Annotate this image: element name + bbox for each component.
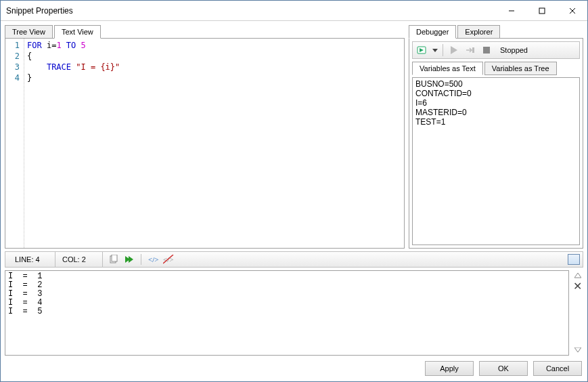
svg-rect-8: [472, 47, 474, 53]
output-side-controls: ✕: [572, 270, 583, 356]
copy-icon[interactable]: [108, 254, 119, 265]
tab-variables-tree[interactable]: Variables as Tree: [484, 62, 557, 75]
svg-text:</>: </>: [148, 255, 158, 263]
ok-button[interactable]: OK: [479, 361, 528, 376]
status-line: LINE: 4: [8, 252, 55, 267]
stop-icon[interactable]: [480, 43, 493, 57]
scroll-down-icon[interactable]: [574, 346, 582, 354]
play-icon[interactable]: [447, 43, 461, 57]
svg-marker-6: [432, 49, 438, 52]
close-button[interactable]: [557, 1, 587, 20]
variables-panel[interactable]: BUSNO=500 CONTACTID=0 I=6 MASTERID=0 TES…: [412, 77, 580, 245]
content-area: Tree View Text View 1 2 3 4 FOR i=1 TO 5…: [1, 21, 587, 381]
debugger-toolbar: Stopped: [412, 41, 580, 59]
code-tag-disabled-icon[interactable]: </>: [163, 254, 174, 265]
scroll-up-icon[interactable]: [574, 272, 582, 280]
debugger-tabs: Debugger Explorer: [409, 25, 583, 39]
tab-tree-view[interactable]: Tree View: [5, 25, 53, 39]
step-icon[interactable]: [463, 43, 477, 57]
upper-panes: Tree View Text View 1 2 3 4 FOR i=1 TO 5…: [5, 25, 583, 249]
tab-debugger[interactable]: Debugger: [409, 25, 456, 39]
window-buttons: [496, 1, 587, 20]
run-icon[interactable]: [415, 43, 429, 57]
debugger-box: Stopped Variables as Text Variables as T…: [409, 38, 583, 249]
panel-toggle-icon[interactable]: [568, 254, 580, 265]
dialog-buttons: Apply OK Cancel: [5, 358, 583, 377]
output-row: I = 1 I = 2 I = 3 I = 4 I = 5 ✕: [5, 270, 583, 356]
status-col: COL: 2: [55, 252, 103, 267]
run-script-icon[interactable]: [123, 254, 134, 265]
titlebar: Snippet Properties: [1, 1, 587, 21]
status-icons: </> </>: [103, 254, 174, 265]
debugger-pane: Debugger Explorer: [409, 25, 583, 249]
code-editor[interactable]: 1 2 3 4 FOR i=1 TO 5 { TRACE "I = {i}" }: [5, 38, 405, 249]
minimize-button[interactable]: [496, 1, 526, 20]
status-bar: LINE: 4 COL: 2 </> </>: [5, 251, 583, 268]
debugger-status: Stopped: [500, 46, 528, 54]
tab-variables-text[interactable]: Variables as Text: [412, 62, 483, 75]
separator: [443, 44, 443, 56]
code-tag-icon[interactable]: </>: [148, 254, 159, 265]
code-text[interactable]: FOR i=1 TO 5 { TRACE "I = {i}" }: [24, 39, 404, 248]
svg-marker-18: [574, 347, 581, 352]
window-title: Snippet Properties: [6, 6, 496, 16]
separator: [141, 254, 141, 265]
svg-marker-13: [129, 256, 133, 263]
window: Snippet Properties Tree View Text View: [0, 0, 588, 382]
editor-pane: Tree View Text View 1 2 3 4 FOR i=1 TO 5…: [5, 25, 405, 249]
tab-explorer[interactable]: Explorer: [457, 25, 500, 39]
svg-rect-1: [539, 8, 545, 14]
cancel-button[interactable]: Cancel: [533, 361, 582, 376]
svg-rect-11: [112, 255, 117, 261]
variable-tabs: Variables as Text Variables as Tree: [412, 62, 580, 75]
tab-text-view[interactable]: Text View: [54, 25, 101, 39]
main-tabs: Tree View Text View: [5, 25, 405, 39]
svg-rect-9: [483, 47, 490, 54]
clear-output-icon[interactable]: ✕: [573, 280, 582, 293]
apply-button[interactable]: Apply: [425, 361, 474, 376]
maximize-button[interactable]: [526, 1, 557, 20]
svg-marker-17: [574, 273, 581, 278]
output-panel[interactable]: I = 1 I = 2 I = 3 I = 4 I = 5: [5, 270, 569, 356]
svg-marker-7: [451, 46, 457, 54]
line-number-gutter: 1 2 3 4: [5, 39, 24, 248]
dropdown-icon[interactable]: [432, 43, 438, 57]
